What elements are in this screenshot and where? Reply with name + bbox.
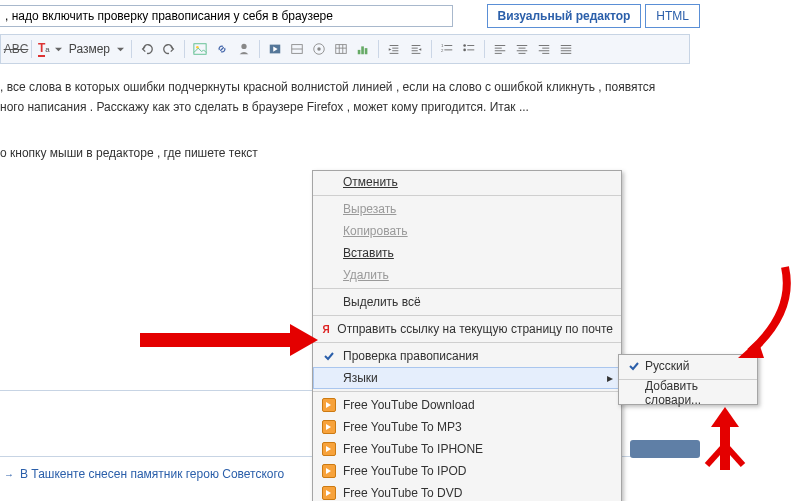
cut-icon[interactable] [288,40,306,58]
video-icon[interactable] [266,40,284,58]
menu-languages[interactable]: Языки▸ [313,367,621,389]
tab-visual-editor[interactable]: Визуальный редактор [487,4,642,28]
annotation-arrow-right [730,262,800,365]
body-line-2: ного написания . Расскажу как это сделат… [0,98,794,116]
youtube-icon [322,420,336,434]
link-icon[interactable] [213,40,231,58]
svg-rect-14 [365,48,368,54]
menu-send-link[interactable]: ЯОтправить ссылку на текущую страницу по… [313,318,621,340]
indent-right-icon[interactable] [385,40,403,58]
svg-rect-12 [358,50,361,54]
strikethrough-icon[interactable]: ABC [7,40,25,58]
svg-text:2: 2 [441,48,444,53]
svg-rect-8 [336,45,347,54]
image-icon[interactable] [191,40,209,58]
align-left-icon[interactable] [491,40,509,58]
svg-point-2 [241,44,246,49]
arrow-right-icon: → [4,469,14,480]
menu-undo[interactable]: Отменить [313,171,621,193]
menu-yt-mp3[interactable]: Free YouTube To MP3 [313,416,621,438]
menu-yt-download[interactable]: Free YouTube Download [313,394,621,416]
table-icon[interactable] [332,40,350,58]
svg-point-27 [463,44,466,47]
menu-spellcheck[interactable]: Проверка правописания [313,345,621,367]
redo-icon[interactable] [160,40,178,58]
poll-icon[interactable] [354,40,372,58]
undo-icon[interactable] [138,40,156,58]
menu-select-all[interactable]: Выделить всё [313,291,621,313]
check-icon [319,350,339,362]
submenu-add-dict[interactable]: Добавить словари... [619,382,757,404]
menu-yt-ipod[interactable]: Free YouTube To IPOD [313,460,621,482]
related-link-text: В Ташкенте снесен памятник герою Советск… [20,467,284,481]
annotation-arrow-left [140,320,320,363]
text-color-icon[interactable]: Ta [38,40,50,58]
yandex-icon: Я [319,322,333,336]
indent-left-icon[interactable] [407,40,425,58]
annotation-arrow-bottom [695,405,755,478]
check-icon [625,360,643,372]
menu-yt-iphone[interactable]: Free YouTube To IPHONE [313,438,621,460]
svg-point-28 [463,49,466,52]
editor-toolbar: ABC Ta Размер 12 [0,34,690,64]
youtube-icon [322,442,336,456]
context-menu: Отменить Вырезать Копировать Вставить Уд… [312,170,622,501]
list-bullet-icon[interactable] [460,40,478,58]
related-link[interactable]: → В Ташкенте снесен памятник герою Совет… [4,467,284,481]
menu-copy: Копировать [313,220,621,242]
svg-rect-0 [194,44,206,55]
body-line-3: о кнопку мыши в редакторе , где пишете т… [0,144,794,162]
body-line-1: , все слова в которых ошибки подчеркнуты… [0,78,794,96]
svg-point-7 [317,47,321,51]
menu-paste[interactable]: Вставить [313,242,621,264]
menu-cut: Вырезать [313,198,621,220]
font-size-label: Размер [69,42,110,56]
align-right-icon[interactable] [535,40,553,58]
align-center-icon[interactable] [513,40,531,58]
media-icon[interactable] [310,40,328,58]
user-icon[interactable] [235,40,253,58]
post-title-input[interactable] [0,5,453,27]
menu-delete: Удалить [313,264,621,286]
youtube-icon [322,464,336,478]
menu-yt-dvd[interactable]: Free YouTube To DVD [313,482,621,501]
list-ordered-icon[interactable]: 12 [438,40,456,58]
decorative-bar [630,440,700,458]
text-color-dropdown[interactable] [54,46,63,53]
youtube-icon [322,398,336,412]
font-size-dropdown[interactable] [116,46,125,53]
tab-html[interactable]: HTML [645,4,700,28]
submenu-arrow-icon: ▸ [607,371,613,385]
align-justify-icon[interactable] [557,40,575,58]
svg-rect-13 [361,46,364,54]
youtube-icon [322,486,336,500]
